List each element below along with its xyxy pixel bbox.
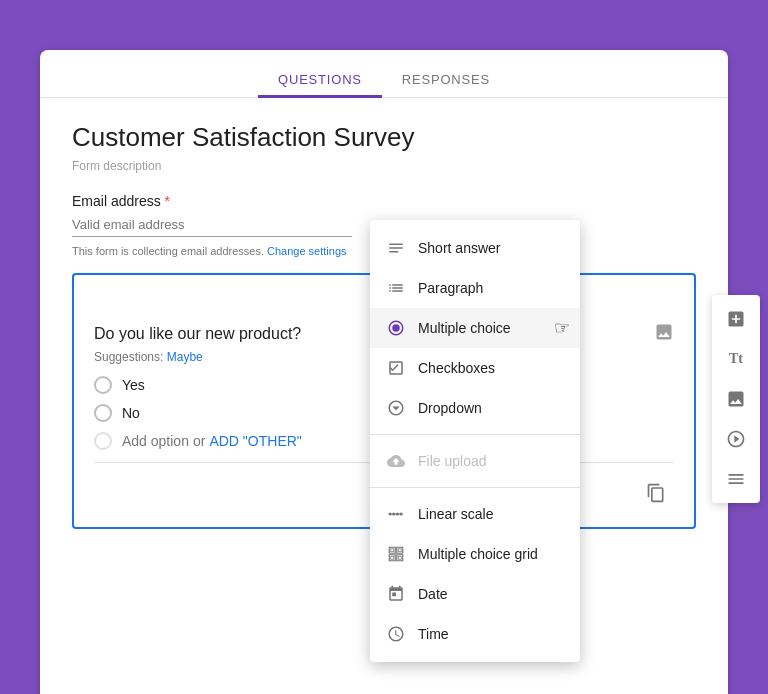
cursor-icon: ☞	[554, 317, 570, 339]
menu-item-mc-grid[interactable]: Multiple choice grid	[370, 534, 580, 574]
menu-item-linear-scale[interactable]: Linear scale	[370, 494, 580, 534]
menu-item-checkboxes[interactable]: Checkboxes	[370, 348, 580, 388]
svg-rect-7	[391, 549, 394, 552]
form-title: Customer Satisfaction Survey	[72, 122, 696, 153]
svg-point-1	[392, 324, 400, 332]
copy-button[interactable]	[638, 475, 674, 511]
question-title: Do you like our new product?	[94, 325, 301, 343]
file-upload-icon	[386, 451, 406, 471]
text-icon: Tt	[729, 351, 743, 367]
header-bar	[0, 0, 768, 50]
linear-scale-icon	[386, 504, 406, 524]
date-icon	[386, 584, 406, 604]
radio-yes[interactable]	[94, 376, 112, 394]
add-other-link[interactable]: ADD "OTHER"	[209, 433, 301, 449]
svg-rect-8	[398, 549, 401, 552]
add-image-button[interactable]	[718, 381, 754, 417]
menu-item-multiple-choice[interactable]: Multiple choice ☞	[370, 308, 580, 348]
tabs-bar: QUESTIONS RESPONSES	[40, 50, 728, 98]
required-star: *	[165, 193, 170, 209]
add-video-button[interactable]	[718, 421, 754, 457]
maybe-suggestion[interactable]: Maybe	[167, 350, 203, 364]
multiple-choice-icon	[386, 318, 406, 338]
dropdown-icon	[386, 398, 406, 418]
image-icon[interactable]	[654, 322, 674, 346]
menu-item-date[interactable]: Date	[370, 574, 580, 614]
add-section-button[interactable]	[718, 461, 754, 497]
tab-questions[interactable]: QUESTIONS	[258, 62, 382, 97]
dropdown-menu: Short answer Paragraph Multiple choice ☞	[370, 220, 580, 662]
add-question-button[interactable]	[718, 301, 754, 337]
change-settings-link[interactable]: Change settings	[267, 245, 347, 257]
menu-item-paragraph[interactable]: Paragraph	[370, 268, 580, 308]
email-input[interactable]	[72, 213, 352, 237]
menu-item-file-upload: File upload	[370, 441, 580, 481]
add-option-radio	[94, 432, 112, 450]
form-description: Form description	[72, 159, 696, 173]
menu-item-time[interactable]: Time	[370, 614, 580, 654]
checkboxes-icon	[386, 358, 406, 378]
page-wrapper: QUESTIONS RESPONSES Customer Satisfactio…	[0, 0, 768, 694]
paragraph-icon	[386, 278, 406, 298]
menu-item-dropdown[interactable]: Dropdown	[370, 388, 580, 428]
short-answer-icon	[386, 238, 406, 258]
tab-responses[interactable]: RESPONSES	[382, 62, 510, 97]
menu-divider-1	[370, 434, 580, 435]
multiple-choice-grid-icon	[386, 544, 406, 564]
svg-rect-10	[398, 556, 401, 559]
svg-rect-9	[391, 556, 394, 559]
add-title-button[interactable]: Tt	[718, 341, 754, 377]
right-toolbar: Tt	[712, 295, 760, 503]
time-icon	[386, 624, 406, 644]
menu-item-short-answer[interactable]: Short answer	[370, 228, 580, 268]
menu-divider-2	[370, 487, 580, 488]
radio-no[interactable]	[94, 404, 112, 422]
email-label: Email address *	[72, 193, 696, 209]
